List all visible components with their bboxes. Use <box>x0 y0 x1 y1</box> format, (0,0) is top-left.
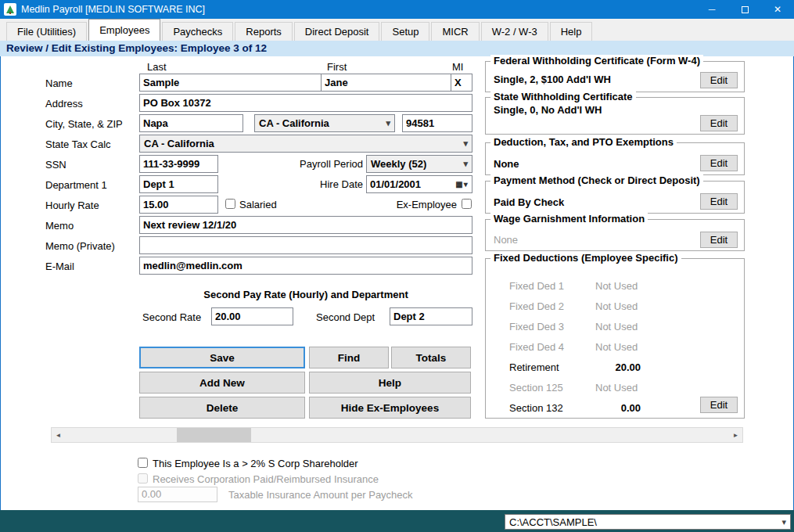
second-pay-title: Second Pay Rate (Hourly) and Department <box>139 289 472 300</box>
address-label: Address <box>45 98 83 110</box>
city-state-zip-label: City, State, & ZIP <box>45 118 123 130</box>
window-title: Medlin Payroll [MEDLIN SOFTWARE INC] <box>21 4 205 15</box>
find-button[interactable]: Find <box>309 347 389 368</box>
hide-ex-employees-button[interactable]: Hide Ex-Employees <box>309 397 471 419</box>
insurance-label: Receives Corporation Paid/Reimbursed Ins… <box>153 473 379 485</box>
scroll-right-icon[interactable]: ► <box>729 428 742 442</box>
exemptions-edit-button[interactable]: Edit <box>700 155 738 171</box>
delete-button[interactable]: Delete <box>139 397 305 419</box>
section-132-label: Section 132 <box>509 402 563 414</box>
tab-reports[interactable]: Reports <box>235 22 293 41</box>
horizontal-scrollbar[interactable]: ◄ ► <box>51 427 743 443</box>
insurance-checkbox <box>138 473 148 483</box>
federal-withholding-edit-button[interactable]: Edit <box>700 72 738 88</box>
second-dept-label: Second Dept <box>316 311 375 323</box>
chevron-down-icon: ▾ <box>386 118 390 128</box>
state-select-value: CA - California <box>259 117 329 129</box>
close-icon[interactable]: ✕ <box>761 0 794 19</box>
title-bar: Medlin Payroll [MEDLIN SOFTWARE INC] ─ ✕ <box>0 0 794 19</box>
city-input[interactable] <box>139 114 243 132</box>
maximize-icon[interactable] <box>728 0 761 19</box>
ex-employee-label: Ex-Employee <box>366 199 457 210</box>
first-name-header: First <box>327 61 347 73</box>
mi-header: MI <box>452 61 463 73</box>
name-label: Name <box>45 77 73 89</box>
fixed-deductions-edit-button[interactable]: Edit <box>700 397 738 413</box>
zip-input[interactable] <box>402 114 472 132</box>
s-corp-shareholder-checkbox[interactable] <box>138 458 148 468</box>
state-withholding-edit-button[interactable]: Edit <box>700 115 738 131</box>
hire-date-value: 01/01/2001 <box>370 178 421 190</box>
exemptions-group: Deduction, Tax, and PTO Exemptions None … <box>485 142 745 175</box>
insurance-amount-label: Taxable Insurance Amount per Paycheck <box>228 489 413 501</box>
tab-employees[interactable]: Employees <box>88 19 160 41</box>
add-new-button[interactable]: Add New <box>139 372 305 394</box>
exemptions-value: None <box>494 158 519 170</box>
hire-date-input[interactable]: 01/01/2001 ▦▾ <box>366 175 472 193</box>
scroll-left-icon[interactable]: ◄ <box>52 428 65 442</box>
email-label: E-Mail <box>45 261 74 272</box>
tab-micr[interactable]: MICR <box>431 22 479 41</box>
federal-withholding-title: Federal Withholding Certificate (Form W-… <box>490 55 703 66</box>
memo-input[interactable] <box>139 216 472 234</box>
fixed-ded-4-label: Fixed Ded 4 <box>509 341 564 353</box>
exemptions-title: Deduction, Tax, and PTO Exemptions <box>490 136 677 148</box>
tab-direct-deposit[interactable]: Direct Deposit <box>294 22 380 41</box>
tab-w2-w3[interactable]: W-2 / W-3 <box>481 22 548 41</box>
data-path-select[interactable]: C:\ACCT\SAMPLE\ ▾ <box>505 514 791 530</box>
chevron-down-icon: ▾ <box>781 517 786 527</box>
fixed-ded-2-label: Fixed Ded 2 <box>509 300 564 312</box>
tab-file-utilities[interactable]: File (Utilities) <box>6 22 87 41</box>
ex-employee-checkbox[interactable] <box>462 199 472 209</box>
last-name-input[interactable] <box>139 74 322 92</box>
memo-private-label: Memo (Private) <box>45 240 115 252</box>
salaried-label: Salaried <box>239 199 277 210</box>
hourly-rate-input[interactable] <box>139 196 218 214</box>
wage-garnishment-edit-button[interactable]: Edit <box>700 232 738 248</box>
second-dept-input[interactable] <box>390 307 472 325</box>
tab-help[interactable]: Help <box>550 22 593 41</box>
fixed-ded-1-value: Not Used <box>595 280 638 292</box>
payroll-period-select[interactable]: Weekly (52) ▾ <box>366 155 472 173</box>
tab-setup[interactable]: Setup <box>381 22 429 41</box>
state-withholding-group: State Withholding Certificate Single, 0,… <box>485 97 745 135</box>
hourly-rate-label: Hourly Rate <box>45 200 99 211</box>
chevron-down-icon: ▾ <box>463 138 468 149</box>
payroll-period-label: Payroll Period <box>266 158 363 170</box>
calendar-dropdown-icon[interactable]: ▦▾ <box>451 176 472 192</box>
save-button[interactable]: Save <box>139 347 305 368</box>
wage-garnishment-title: Wage Garnishment Information <box>490 213 648 225</box>
second-rate-input[interactable] <box>211 307 293 325</box>
app-window: Medlin Payroll [MEDLIN SOFTWARE INC] ─ ✕… <box>0 0 794 532</box>
window-controls: ─ ✕ <box>695 0 794 19</box>
memo-private-input[interactable] <box>139 236 472 254</box>
payment-method-edit-button[interactable]: Edit <box>700 193 738 210</box>
scrollbar-thumb[interactable] <box>177 428 251 442</box>
section-132-value: 0.00 <box>595 402 641 414</box>
fixed-deductions-group: Fixed Deductions (Employee Specific) Fix… <box>485 258 745 419</box>
fixed-ded-3-value: Not Used <box>595 321 638 332</box>
totals-button[interactable]: Totals <box>391 347 471 368</box>
s-corp-shareholder-label: This Employee Is a > 2% S Corp Sharehold… <box>153 458 358 469</box>
state-select[interactable]: CA - California ▾ <box>254 114 395 132</box>
help-button[interactable]: Help <box>309 372 471 394</box>
state-tax-calc-select[interactable]: CA - California ▾ <box>139 135 472 153</box>
tab-paychecks[interactable]: Paychecks <box>162 22 233 41</box>
fixed-ded-1-label: Fixed Ded 1 <box>509 280 564 292</box>
address-input[interactable] <box>139 94 472 112</box>
memo-label: Memo <box>45 220 74 232</box>
page-title: Review / Edit Existing Employees: Employ… <box>0 41 794 56</box>
ssn-input[interactable] <box>139 155 218 173</box>
mi-input[interactable] <box>451 74 472 92</box>
fixed-deductions-title: Fixed Deductions (Employee Specific) <box>490 252 681 264</box>
federal-withholding-group: Federal Withholding Certificate (Form W-… <box>485 61 745 92</box>
department1-input[interactable] <box>139 175 218 193</box>
fixed-ded-3-label: Fixed Ded 3 <box>509 321 564 332</box>
first-name-input[interactable] <box>321 74 451 92</box>
hire-date-label: Hire Date <box>266 178 363 190</box>
email-input[interactable] <box>139 257 472 275</box>
retirement-label: Retirement <box>509 361 559 373</box>
salaried-checkbox[interactable] <box>225 199 235 209</box>
minimize-icon[interactable]: ─ <box>695 0 728 19</box>
wage-garnishment-value: None <box>494 234 518 246</box>
